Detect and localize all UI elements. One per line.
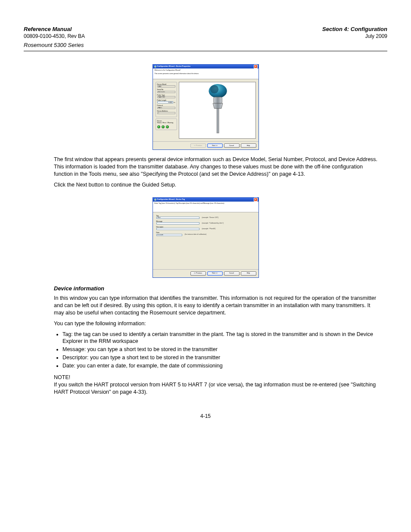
date-right: July 2009: [365, 33, 387, 39]
instruction-bar: Enter Tag (max. 8 characters), Tag Descr…: [153, 202, 258, 212]
page-number: 4-15: [24, 413, 387, 419]
page-header: Reference Manual Section 4: Configuratio…: [24, 26, 387, 32]
device-image: [179, 82, 256, 139]
header-right: Section 4: Configuration: [322, 26, 387, 32]
device-address-field: [157, 112, 175, 114]
status-indicator-icon: [157, 125, 160, 128]
note-text: If you switch the HART protocol version …: [54, 381, 381, 396]
help-button[interactable]: Help: [241, 271, 256, 276]
descriptor-hint: (example: "Plant A"): [202, 228, 255, 230]
next-button[interactable]: Next >>: [207, 143, 223, 148]
dialog-title: Configuration Wizard - Device Properties: [157, 65, 191, 68]
text-block-2: Device information In this window you ca…: [54, 285, 381, 396]
transmitter-illustration-icon: [196, 82, 239, 138]
tag-field[interactable]: [156, 217, 199, 219]
instruction-title: Welcome to the Configuration Wizard!: [155, 69, 257, 71]
close-icon: ×: [255, 199, 256, 201]
svg-point-2: [210, 85, 219, 94]
help-button[interactable]: Help: [241, 143, 256, 148]
previous-button: << Previous: [190, 143, 206, 148]
previous-button[interactable]: << Previous: [190, 271, 206, 276]
svg-rect-5: [217, 109, 219, 133]
svg-point-0: [154, 66, 156, 68]
paragraph: In this window you can type information …: [54, 295, 381, 317]
next-button[interactable]: Next >>: [207, 271, 223, 276]
paragraph: Click the Next button to continue the Gu…: [54, 181, 381, 189]
svg-rect-3: [214, 97, 222, 103]
list-item: Message: you can type a short text to be…: [62, 346, 381, 353]
list-item: Tag: the tag can be used to identify a c…: [62, 331, 381, 345]
close-button[interactable]: ×: [254, 198, 258, 202]
probe-type-field: [157, 96, 175, 98]
close-button[interactable]: ×: [254, 65, 258, 68]
config-wizard-device-properties-dialog: Configuration Wizard - Device Properties…: [153, 64, 259, 150]
product-line: Rosemount 5300 Series: [24, 42, 387, 48]
probe-length-unit: m: [174, 102, 175, 103]
header-left: Reference Manual: [24, 26, 72, 32]
list-item: Descriptor: you can type a short text to…: [62, 354, 381, 361]
doc-ref: 00809-0100-4530, Rev BA: [24, 33, 85, 39]
date-field[interactable]: [156, 234, 182, 236]
text-block-1: The first window that appears presents g…: [54, 156, 381, 189]
titlebar[interactable]: Configuration Wizard - Device Tag ×: [153, 198, 258, 202]
device-model-field: [157, 85, 175, 87]
error-indicator-icon: [162, 125, 165, 128]
cancel-button[interactable]: Cancel: [224, 271, 240, 276]
header-rule: [24, 51, 387, 51]
instruction-text: Enter Tag (max. 8 characters), Tag Descr…: [155, 202, 257, 204]
serial-no-field: [157, 91, 175, 93]
instruction-subtext: This screen presents some general inform…: [155, 73, 257, 75]
button-bar: << Previous Next >> Cancel Help: [153, 141, 258, 149]
protocol-field: [157, 107, 175, 109]
note-label: NOTE!: [54, 374, 381, 381]
close-icon: ×: [255, 65, 256, 68]
titlebar[interactable]: Configuration Wizard - Device Properties…: [153, 65, 258, 68]
descriptor-field[interactable]: [156, 228, 199, 230]
button-bar: << Previous Next >> Cancel Help: [153, 269, 258, 277]
cancel-button[interactable]: Cancel: [224, 143, 240, 148]
probe-length-field[interactable]: [157, 101, 173, 103]
tag-hint: (example: "Device 123"): [202, 217, 255, 219]
svg-point-6: [154, 199, 156, 200]
warning-indicator-icon: [166, 125, 169, 128]
message-field[interactable]: [156, 222, 199, 224]
config-wizard-device-tag-dialog: Configuration Wizard - Device Tag × Ente…: [153, 197, 259, 278]
instruction-bar: Welcome to the Configuration Wizard! Thi…: [153, 68, 258, 79]
dialog-title: Configuration Wizard - Device Tag: [157, 199, 185, 201]
device-info-group: Device Model Serial No Probe Type Probe …: [156, 82, 177, 117]
app-icon: [154, 199, 156, 201]
list-item: Date: you can enter a date, for example,…: [62, 362, 381, 370]
app-icon: [154, 65, 156, 68]
section-heading: Device information: [54, 285, 381, 292]
svg-marker-4: [213, 103, 223, 109]
device-status-labels: Status / Error / Warning: [157, 122, 175, 124]
message-hint: (example: "Calibrated by John"): [202, 222, 255, 224]
paragraph: You can type the following information:: [54, 320, 381, 327]
device-status-group: Device Status / Error / Warning: [156, 118, 177, 130]
paragraph: The first window that appears presents g…: [54, 156, 381, 178]
bullet-list: Tag: the tag can be used to identify a c…: [62, 331, 381, 370]
date-hint: (for instance date of calibration): [185, 233, 255, 236]
